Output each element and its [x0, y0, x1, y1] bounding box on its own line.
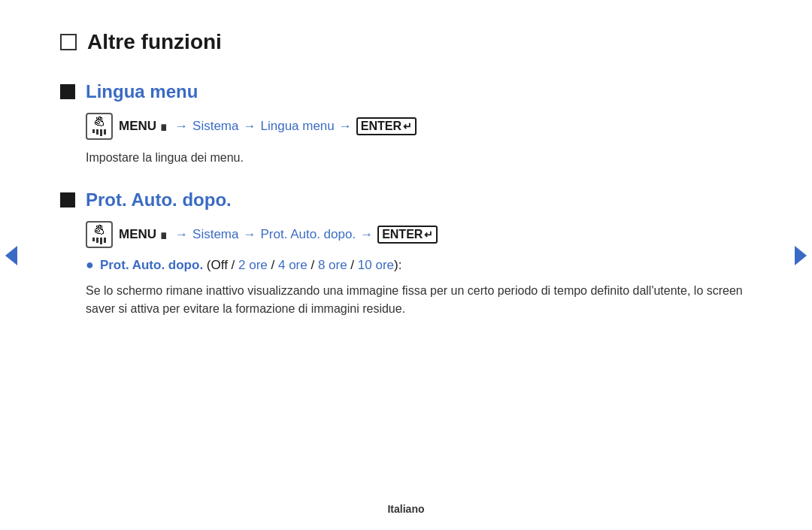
lingua-menu-description: Impostare la lingua dei menu.	[86, 149, 752, 167]
bar3	[100, 129, 102, 136]
arrow-4: →	[175, 227, 188, 242]
svg-marker-0	[5, 246, 17, 265]
section-lingua-menu-title: Lingua menu	[86, 81, 198, 102]
section-lingua-menu-header: Lingua menu	[60, 81, 752, 102]
section-prot-auto-title: Prot. Auto. dopo.	[86, 189, 232, 210]
eq-icon-2: ∎	[159, 227, 168, 243]
hand-symbol: 🖏	[93, 117, 105, 129]
option-10ore: 10 ore	[358, 258, 394, 272]
left-arrow-icon	[4, 244, 19, 267]
enter-button-2: ENTER ↵	[377, 226, 438, 244]
section-bullet-icon	[60, 84, 75, 99]
enter-label-1: ENTER	[361, 120, 401, 133]
option-4ore: 4 ore	[278, 258, 308, 272]
arrow-2: →	[243, 119, 256, 134]
enter-label-2: ENTER	[382, 228, 423, 241]
nav-right-button[interactable]	[789, 237, 812, 274]
bar4b	[104, 238, 106, 243]
section-prot-auto: Prot. Auto. dopo. 🖏 MENU ∎ → Sistema →	[60, 189, 752, 318]
arrow-6: →	[360, 227, 373, 242]
lingua-menu-path: 🖏 MENU ∎ → Sistema → Lingua menu → ENTER…	[86, 113, 752, 140]
enter-arrow-icon-1: ↵	[403, 120, 412, 132]
footer-language: Italiano	[0, 503, 812, 515]
menu-sistema-2: Sistema	[192, 227, 238, 242]
menu-hand-icon-2: 🖏	[86, 221, 113, 248]
section-lingua-menu: Lingua menu 🖏 MENU ∎ → Sistema → Lin	[60, 81, 752, 167]
enter-arrow-icon-2: ↵	[424, 229, 433, 241]
arrow-3: →	[339, 119, 352, 134]
bullet-label: Prot. Auto. dopo.	[100, 258, 203, 272]
section-prot-auto-header: Prot. Auto. dopo.	[60, 189, 752, 210]
enter-button-1: ENTER ↵	[356, 117, 417, 135]
prot-auto-menu-path: 🖏 MENU ∎ → Sistema → Prot. Auto. dopo. →…	[86, 221, 752, 248]
bullet-options: (Off /	[207, 258, 238, 272]
checkbox-icon	[60, 34, 77, 50]
menu-prot-auto: Prot. Auto. dopo.	[260, 227, 356, 242]
close-paren: ):	[394, 258, 401, 272]
eq-icon-1: ∎	[159, 119, 168, 135]
bar2b	[96, 238, 98, 243]
bar-icon	[92, 129, 106, 136]
footer-language-text: Italiano	[387, 503, 424, 515]
nav-left-button[interactable]	[0, 237, 23, 274]
menu-hand-icon: 🖏	[86, 113, 113, 140]
hand-symbol-2: 🖏	[93, 225, 105, 237]
menu-sistema-1: Sistema	[192, 119, 238, 134]
bullet-dot-icon: ●	[86, 257, 94, 273]
menu-label-2: MENU	[119, 227, 156, 242]
option-8ore: 8 ore	[318, 258, 347, 272]
bar-icon-2	[92, 238, 106, 244]
bullet-content: Prot. Auto. dopo. (Off / 2 ore / 4 ore /…	[100, 258, 402, 273]
bar1b	[92, 238, 95, 241]
arrow-1: →	[175, 119, 188, 134]
section-prot-bullet-icon	[60, 192, 75, 207]
menu-label-1: MENU	[119, 119, 156, 134]
bar2	[96, 129, 98, 135]
page-content: Altre funzioni Lingua menu 🖏 MENU	[0, 0, 812, 371]
page-title: Altre funzioni	[87, 30, 222, 54]
prot-auto-bullet: ● Prot. Auto. dopo. (Off / 2 ore / 4 ore…	[86, 257, 752, 273]
right-arrow-icon	[793, 244, 808, 267]
main-title-row: Altre funzioni	[60, 30, 752, 54]
arrow-5: →	[243, 227, 256, 242]
slash-1: /	[268, 258, 278, 272]
bar1	[92, 129, 95, 133]
menu-lingua-menu: Lingua menu	[260, 119, 334, 134]
prot-auto-description: Se lo schermo rimane inattivo visualizza…	[86, 282, 752, 318]
slash-2: /	[308, 258, 318, 272]
bar4	[104, 129, 106, 135]
bar3b	[100, 238, 102, 244]
slash-3: /	[347, 258, 358, 272]
svg-marker-1	[795, 246, 807, 265]
option-2ore: 2 ore	[238, 258, 268, 272]
